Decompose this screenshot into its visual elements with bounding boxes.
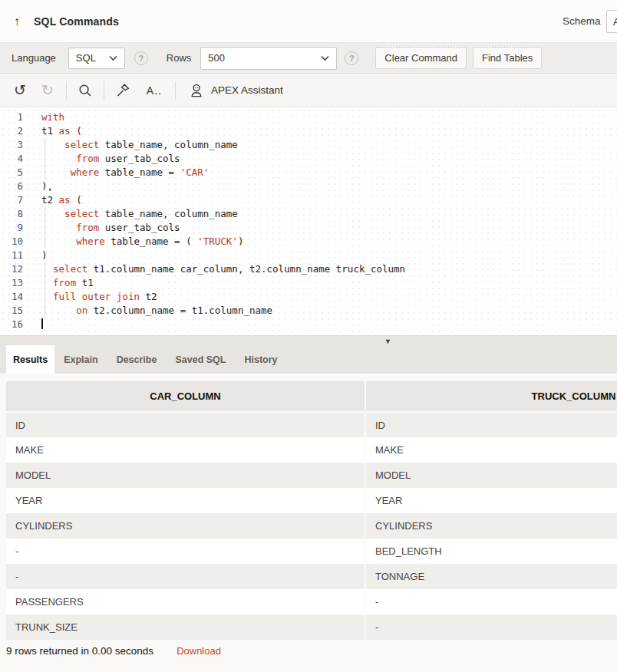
table-row: -TONNAGE — [6, 564, 617, 589]
table-row: IDID — [6, 412, 617, 437]
tab-explain[interactable]: Explain — [54, 345, 107, 374]
column-header-truck: TRUCK_COLUMN — [365, 381, 617, 412]
chevron-down-icon — [109, 55, 117, 61]
code-text: ), — [41, 180, 53, 193]
table-cell: ID — [6, 412, 365, 437]
line-number: 14 — [0, 290, 23, 304]
table-cell: TRUNK_SIZE — [6, 614, 365, 640]
apex-assistant-button[interactable]: APEX Assistant — [188, 83, 283, 98]
code-line[interactable]: 9 from user_tab_cols — [0, 221, 617, 235]
table-row: MODELMODEL — [6, 463, 617, 488]
splitter-collapse-handle[interactable]: ▼ — [384, 338, 391, 345]
code-line[interactable]: 4 from user_tab_cols — [0, 152, 617, 166]
search-icon — [78, 83, 93, 98]
apex-assistant-label: APEX Assistant — [211, 84, 283, 96]
code-line[interactable]: 6), — [0, 180, 617, 193]
code-line[interactable]: 7t2 as ( — [0, 193, 617, 207]
table-row: PASSENGERS- — [6, 589, 617, 614]
line-number: 2 — [0, 124, 23, 138]
back-arrow-icon[interactable]: ↑ — [14, 15, 20, 28]
undo-button[interactable]: ↺ — [9, 80, 31, 101]
line-number: 13 — [0, 276, 23, 290]
table-cell: - — [6, 564, 365, 589]
rows-select[interactable]: 500 — [200, 47, 337, 70]
table-row: TRUNK_SIZE- — [6, 614, 617, 640]
code-line[interactable]: 14 full outer join t2 — [0, 290, 617, 304]
table-cell: BED_LENGTH — [365, 539, 617, 564]
code-line[interactable]: 5 where table_name = 'CAR' — [0, 166, 617, 180]
clear-command-button[interactable]: Clear Command — [375, 47, 467, 69]
code-line[interactable]: 2t1 as ( — [0, 124, 617, 138]
code-line[interactable]: 11) — [0, 249, 617, 262]
column-header-car: CAR_COLUMN — [6, 381, 365, 412]
code-line[interactable]: 13 from t1 — [0, 276, 617, 290]
download-link[interactable]: Download — [177, 645, 221, 657]
table-cell: - — [365, 589, 617, 614]
tab-history[interactable]: History — [235, 345, 286, 374]
table-row: -BED_LENGTH — [6, 539, 617, 564]
table-cell: YEAR — [365, 488, 617, 513]
table-cell: TONNAGE — [365, 564, 617, 589]
table-cell: CYLINDERS — [365, 513, 617, 539]
redo-button[interactable]: ↻ — [37, 80, 58, 101]
code-text — [41, 318, 43, 331]
undo-icon: ↺ — [14, 83, 26, 97]
tab-saved-sql[interactable]: Saved SQL — [166, 345, 235, 374]
code-text: full outer join t2 — [41, 290, 157, 304]
hammer-icon — [115, 83, 130, 98]
code-line[interactable]: 3 select table_name, column_name — [0, 138, 617, 152]
results-footer: 9 rows returned in 0.00 seconds Download — [6, 645, 617, 657]
line-number: 8 — [0, 207, 23, 221]
chevron-down-icon — [321, 55, 329, 61]
line-number: 7 — [0, 193, 23, 207]
page-title: SQL Commands — [34, 15, 119, 28]
table-cell: MAKE — [6, 437, 365, 463]
header: ↑ SQL Commands Schema A — [0, 0, 617, 43]
schema-select[interactable]: A — [606, 10, 617, 33]
table-cell: MODEL — [6, 463, 365, 488]
code-line[interactable]: 10 where table_name = ( 'TRUCK') — [0, 235, 617, 249]
result-tabs: ResultsExplainDescribeSaved SQLHistory — [6, 345, 287, 374]
code-text: with — [41, 110, 64, 124]
line-number: 1 — [0, 110, 23, 124]
schema-label: Schema — [563, 15, 601, 27]
search-button[interactable] — [74, 80, 96, 101]
code-text: t2 as ( — [41, 193, 82, 207]
code-text: from t1 — [41, 276, 94, 290]
table-cell: - — [6, 539, 365, 564]
language-value: SQL — [76, 52, 96, 64]
editor-lines: 1with2t1 as (3 select table_name, column… — [0, 110, 617, 331]
code-text: select table_name, column_name — [41, 207, 238, 221]
tab-describe[interactable]: Describe — [107, 345, 167, 374]
table-cell: YEAR — [6, 488, 365, 513]
results-body: IDIDMAKEMAKEMODELMODELYEARYEARCYLINDERSC… — [6, 412, 617, 640]
code-text: ) — [41, 249, 48, 262]
language-help-icon[interactable]: ? — [134, 51, 148, 65]
toolbar-divider — [175, 81, 176, 100]
format-button[interactable] — [112, 80, 134, 101]
code-line[interactable]: 8 select table_name, column_name — [0, 207, 617, 221]
line-number: 5 — [0, 166, 23, 180]
sql-code-editor[interactable]: 1with2t1 as (3 select table_name, column… — [0, 107, 617, 335]
language-label: Language — [12, 52, 56, 64]
code-text: from user_tab_cols — [41, 221, 180, 235]
autocomplete-button[interactable]: A‥ — [141, 80, 167, 101]
line-number: 16 — [0, 318, 23, 331]
line-number: 9 — [0, 221, 23, 235]
language-select[interactable]: SQL — [68, 48, 125, 69]
assistant-person-icon — [188, 83, 205, 98]
code-line[interactable]: 12 select t1.column_name car_column, t2.… — [0, 262, 617, 276]
code-line[interactable]: 15 on t2.column_name = t1.column_name — [0, 304, 617, 318]
find-tables-button[interactable]: Find Tables — [473, 47, 542, 69]
line-number: 4 — [0, 152, 23, 166]
rows-help-icon[interactable]: ? — [345, 51, 358, 65]
code-line[interactable]: 16 — [0, 318, 617, 331]
splitter-tab-band: ▼ ResultsExplainDescribeSaved SQLHistory — [0, 335, 617, 374]
toolbar-divider — [66, 81, 67, 100]
code-line[interactable]: 1with — [0, 110, 617, 124]
code-text: from user_tab_cols — [41, 152, 180, 166]
status-text: 9 rows returned in 0.00 seconds — [6, 645, 153, 657]
table-cell: MAKE — [365, 437, 617, 463]
tab-results[interactable]: Results — [6, 345, 54, 374]
line-number: 6 — [0, 180, 23, 193]
